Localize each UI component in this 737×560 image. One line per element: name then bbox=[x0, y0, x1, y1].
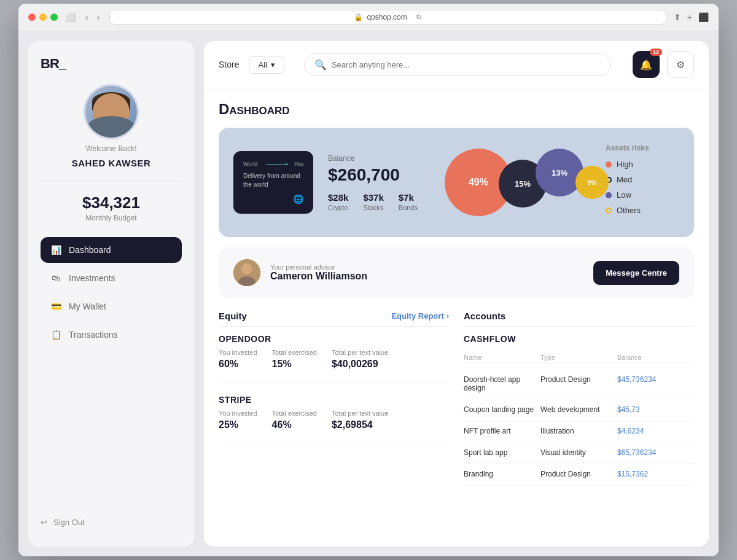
risk-dot-others bbox=[606, 208, 612, 214]
browser-navigation: ‹ › bbox=[83, 11, 102, 23]
nav-label-dashboard: Dashboard bbox=[69, 245, 111, 255]
accounts-section: Accounts CASHFLOW Name Type Balance Door… bbox=[464, 311, 694, 485]
bonds-label: Bonds bbox=[399, 204, 418, 211]
delivery-description: Delivery from around the world bbox=[243, 172, 303, 189]
asset-breakdown: $28k Crypto $37k Stocks $7k Bonds bbox=[328, 192, 418, 211]
balance-card: World You Delivery from around the world… bbox=[219, 128, 694, 237]
stocks-label: Stocks bbox=[363, 204, 383, 211]
equity-title: Equity bbox=[219, 311, 247, 321]
accounts-table-header: Name Type Balance bbox=[464, 351, 694, 364]
bubble-chart: 49% 15% 13% 9% bbox=[432, 142, 591, 222]
sidebar-toggle-icon[interactable]: ⬜ bbox=[65, 12, 76, 22]
browser-window: ⬜ ‹ › 🔒 qoshop.com ↻ ⬆ + ⬛ BR_ bbox=[18, 4, 719, 556]
world-label: World bbox=[243, 161, 257, 167]
store-dropdown[interactable]: All ▾ bbox=[249, 56, 284, 74]
sidebar-item-transactions[interactable]: 📋 Transactions bbox=[41, 322, 182, 348]
sidebar-item-investments[interactable]: 🛍 Investments bbox=[41, 265, 182, 291]
advisor-name: Cameron Williamson bbox=[270, 271, 583, 282]
you-label: You bbox=[294, 161, 303, 167]
asset-crypto: $28k Crypto bbox=[328, 192, 348, 211]
stripe-invested-label: You invested bbox=[219, 410, 257, 417]
user-profile-section: Welcome Back! Sahed Kawser bbox=[41, 84, 182, 181]
notification-button[interactable]: 🔔 12 bbox=[633, 51, 660, 78]
nav-label-wallet: My Wallet bbox=[69, 301, 106, 311]
delivery-arrow bbox=[267, 164, 285, 165]
advisor-info: Your personal advisor Cameron Williamson bbox=[270, 263, 583, 282]
browser-actions: ⬆ + ⬛ bbox=[674, 12, 709, 22]
sidebar-item-my-wallet[interactable]: 💳 My Wallet bbox=[41, 294, 182, 319]
table-row: Doorsh-hotel app design Product Design $… bbox=[464, 369, 694, 399]
equity-opendoor: OPENDOOR You invested 60% Total exercise… bbox=[219, 334, 449, 383]
crypto-value: $28k bbox=[328, 192, 348, 203]
advisor-avatar-svg bbox=[233, 259, 260, 286]
asset-stocks: $37k Stocks bbox=[363, 192, 383, 211]
traffic-lights bbox=[28, 14, 58, 21]
header-actions: 🔔 12 ⚙ bbox=[633, 51, 694, 78]
sign-out-button[interactable]: ↩ Sign Out bbox=[41, 513, 182, 532]
row4-name: Sport lab app bbox=[464, 448, 540, 457]
bubble-15-label: 15% bbox=[515, 179, 531, 189]
risk-dot-low bbox=[606, 192, 612, 198]
main-content: Store All ▾ 🔍 🔔 12 ⚙ bbox=[204, 41, 709, 546]
forward-button[interactable]: › bbox=[95, 11, 103, 23]
stripe-exercised-value: 46% bbox=[272, 419, 317, 430]
url-text: qoshop.com bbox=[367, 13, 407, 21]
wallet-icon: 💳 bbox=[50, 301, 61, 312]
tabs-icon[interactable]: ⬛ bbox=[698, 12, 709, 22]
back-button[interactable]: ‹ bbox=[83, 11, 91, 23]
row3-type: Illustration bbox=[540, 427, 617, 435]
search-input[interactable] bbox=[332, 60, 601, 69]
sidebar-item-dashboard[interactable]: 📊 Dashboard bbox=[41, 237, 182, 263]
col-type: Type bbox=[540, 354, 617, 361]
close-dot[interactable] bbox=[28, 14, 36, 21]
risk-others: Others bbox=[606, 206, 679, 215]
avatar bbox=[84, 84, 139, 139]
opendoor-stat-invested: You invested 60% bbox=[219, 349, 257, 370]
transactions-icon: 📋 bbox=[50, 329, 61, 340]
share-icon[interactable]: ⬆ bbox=[674, 12, 681, 22]
header: Store All ▾ 🔍 🔔 12 ⚙ bbox=[204, 41, 709, 88]
budget-section: $34,321 Monthly Budget bbox=[41, 193, 182, 222]
nav-menu: 📊 Dashboard 🛍 Investments 💳 My Wallet 📋 … bbox=[41, 237, 182, 513]
store-option-text: All bbox=[258, 60, 267, 69]
bubble-13pct: 13% bbox=[536, 149, 583, 196]
advisor-label: Your personal advisor bbox=[270, 263, 583, 271]
risk-dot-high bbox=[606, 161, 612, 168]
balance-label: Balance bbox=[328, 154, 418, 163]
stripe-name: STRIPE bbox=[219, 395, 449, 405]
cashflow-title: CASHFLOW bbox=[464, 334, 694, 344]
row5-name: Branding bbox=[464, 470, 540, 478]
sign-out-label: Sign Out bbox=[53, 518, 85, 527]
row2-type: Web development bbox=[540, 405, 617, 414]
opendoor-total-value: $40,00269 bbox=[332, 359, 388, 370]
maximize-dot[interactable] bbox=[50, 14, 58, 21]
bonds-value: $7k bbox=[399, 192, 418, 203]
stripe-stat-invested: You invested 25% bbox=[219, 410, 257, 430]
table-row: NFT profile art Illustration $4,6234 bbox=[464, 421, 694, 442]
browser-chrome: ⬜ ‹ › 🔒 qoshop.com ↻ ⬆ + ⬛ bbox=[18, 4, 719, 31]
opendoor-stat-exercised: Total exercised 15% bbox=[272, 349, 317, 370]
opendoor-exercised-label: Total exercised bbox=[272, 349, 317, 356]
minimize-dot[interactable] bbox=[39, 14, 47, 21]
dashboard-body: Dashboard World You Delivery from around… bbox=[204, 88, 709, 546]
risk-med: Med bbox=[606, 175, 679, 184]
new-tab-icon[interactable]: + bbox=[687, 12, 692, 22]
message-centre-button[interactable]: Messege Centre bbox=[593, 261, 679, 285]
settings-button[interactable]: ⚙ bbox=[667, 51, 694, 78]
equity-section: Equity Equity Report › OPENDOOR Yo bbox=[219, 311, 449, 485]
equity-report-link[interactable]: Equity Report › bbox=[391, 311, 449, 321]
store-label: Store bbox=[219, 60, 239, 69]
risk-low: Low bbox=[606, 190, 679, 200]
stripe-stats: You invested 25% Total exercised 46% Tot… bbox=[219, 410, 449, 430]
url-bar[interactable]: 🔒 qoshop.com ↻ bbox=[109, 10, 666, 25]
equity-link-text: Equity Report bbox=[391, 311, 443, 321]
opendoor-stats: You invested 60% Total exercised 15% Tot… bbox=[219, 349, 449, 370]
world-card-header: World You bbox=[243, 161, 303, 167]
budget-label: Monthly Budget bbox=[41, 214, 182, 222]
reload-icon[interactable]: ↻ bbox=[416, 13, 422, 21]
accounts-header: Accounts bbox=[464, 311, 694, 327]
equity-stripe: STRIPE You invested 25% Total exercised … bbox=[219, 395, 449, 443]
accounts-title: Accounts bbox=[464, 311, 505, 321]
dashboard-icon: 📊 bbox=[50, 244, 61, 255]
search-bar[interactable]: 🔍 bbox=[304, 53, 611, 76]
